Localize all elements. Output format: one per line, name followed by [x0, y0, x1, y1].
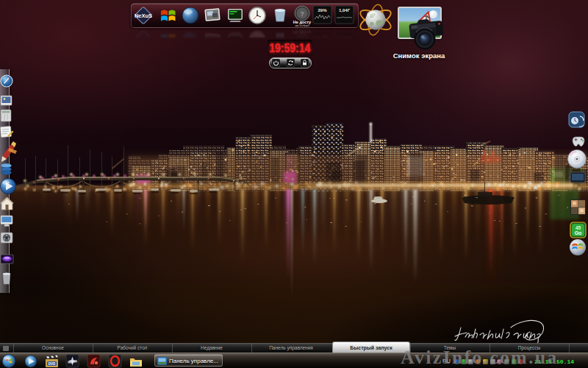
svg-text:?: ? [300, 10, 304, 18]
svg-text:1,04Г: 1,04Г [339, 8, 351, 13]
svg-text:Go: Go [575, 230, 582, 236]
svg-text:29%: 29% [318, 8, 327, 13]
svg-text:на locked: на locked [295, 24, 309, 26]
svg-text:DVD: DVD [49, 362, 56, 366]
svg-text:45: 45 [576, 225, 581, 230]
svg-text:NeXuS: NeXuS [135, 13, 152, 19]
